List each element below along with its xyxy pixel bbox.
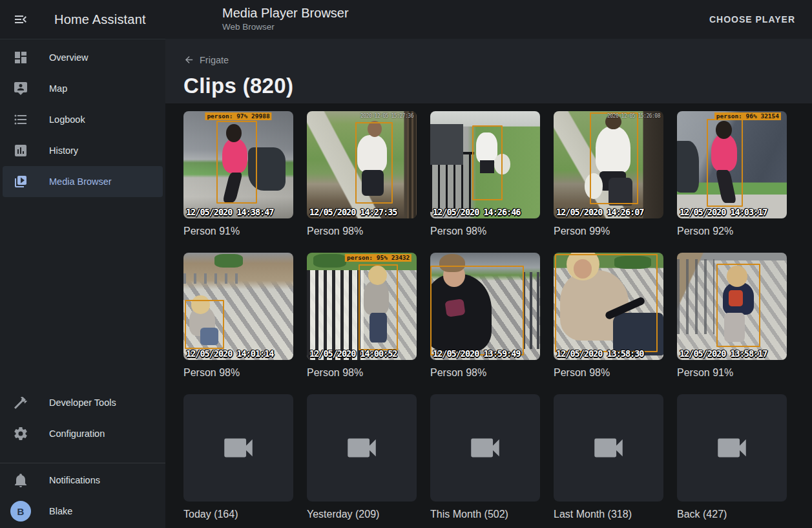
detection-box	[216, 121, 257, 204]
clip-caption: Person 98%	[554, 366, 663, 379]
folder-label: This Month (502)	[430, 508, 540, 521]
sidebar-item-map[interactable]: Map	[3, 73, 163, 104]
folder-back-427-[interactable]	[677, 394, 787, 502]
clip-caption: Person 99%	[554, 225, 663, 238]
clip-caption: Person 98%	[430, 225, 540, 238]
osd-timestamp: 12/05/2020 13:58:17	[680, 348, 767, 359]
clip-cell: person: 96% 3215412/05/2020 14:03:17Pers…	[677, 111, 787, 238]
clip-cell: 12/05/2020 14:01:14Person 98%	[183, 253, 293, 379]
clip-caption: Person 98%	[307, 225, 417, 238]
folder-label: Yesterday (209)	[307, 508, 417, 521]
detection-box	[355, 122, 393, 204]
avatar: B	[10, 501, 31, 522]
home-assistant-app: Home Assistant Media Player Browser Web …	[0, 0, 812, 528]
clip-caption: Person 98%	[183, 366, 293, 379]
choose-player-button[interactable]: CHOOSE PLAYER	[703, 9, 802, 30]
detection-label: person: 95% 23432	[345, 254, 411, 262]
sidebar-item-label: Configuration	[49, 428, 105, 439]
osd-timestamp: 12/05/2020 13:58:30	[556, 348, 643, 359]
sidebar-item-label: Overview	[49, 52, 88, 63]
folder-today-164-[interactable]	[183, 394, 293, 502]
folder-yesterday-209-[interactable]	[307, 394, 417, 502]
clip-thumbnail-woman-pink-jacket-stroller[interactable]: person: 97% 2998812/05/2020 14:38:47	[183, 111, 293, 218]
sidebar-item-history[interactable]: History	[3, 135, 163, 166]
video-icon	[220, 429, 257, 467]
bell-icon	[13, 472, 28, 488]
clip-thumbnail-woman-knit-sweater-stroller[interactable]: 12/05/2020 13:58:30	[554, 253, 663, 360]
panel-title: Media Player Browser	[222, 5, 349, 21]
breadcrumb-label: Frigate	[200, 55, 229, 65]
sidebar-item-label: Notifications	[49, 475, 100, 485]
detection-box	[707, 119, 743, 207]
sidebar-item-developer-tools[interactable]: Developer Tools	[3, 387, 163, 418]
sidebar-item-label: Map	[49, 83, 67, 94]
clip-thumbnail-woman-pink-jacket-stroller-2[interactable]: person: 96% 3215412/05/2020 14:03:17	[677, 111, 787, 218]
folder-this-month-502-[interactable]	[430, 394, 540, 502]
sidebar-item-label: Logbook	[49, 114, 85, 125]
scene-shape	[523, 272, 540, 350]
sidebar-toggle-button[interactable]	[8, 6, 34, 32]
sidebar-item-overview[interactable]: Overview	[3, 42, 163, 73]
breadcrumb-back-frigate[interactable]: Frigate	[183, 54, 229, 65]
media-browser-header: Frigate Clips (820)	[165, 39, 812, 103]
play-box-multiple-icon	[13, 174, 28, 189]
video-icon	[343, 429, 380, 467]
page-title: Clips (820)	[183, 74, 812, 98]
sidebar-item-configuration[interactable]: Configuration	[3, 418, 163, 449]
sidebar: OverviewMapLogbookHistoryMedia Browser D…	[0, 39, 165, 528]
clip-cell: 12/05/2020 13:58:30Person 98%	[554, 253, 663, 379]
scene-shape	[313, 254, 346, 268]
sidebar-item-label: History	[49, 145, 78, 156]
scene-shape	[430, 124, 463, 165]
folder-cell: Last Month (318)	[554, 394, 663, 521]
osd-timestamp: 12/05/2020 14:27:35	[309, 206, 397, 217]
sidebar-item-label: Developer Tools	[49, 397, 116, 408]
clip-caption: Person 98%	[430, 366, 540, 379]
clip-thumbnail-toddler-navy-shirt-walkway[interactable]: 12/05/2020 13:58:17	[677, 253, 787, 360]
folder-cell: This Month (502)	[430, 394, 540, 521]
sidebar-item-notifications[interactable]: Notifications	[3, 465, 163, 496]
app-bar: Home Assistant Media Player Browser Web …	[0, 0, 812, 39]
clip-thumbnail-toddler-at-fence[interactable]: person: 95% 2343212/05/2020 14:00:52	[307, 253, 417, 360]
clip-cell: 2020-12-05 15:27:3612/05/2020 14:27:35Pe…	[307, 111, 417, 238]
sidebar-item-label: Media Browser	[49, 176, 112, 187]
folder-label: Today (164)	[183, 508, 293, 521]
chart-box-icon	[13, 143, 28, 158]
detection-box	[555, 254, 658, 353]
clip-thumbnail-toddler-on-walkway[interactable]: 12/05/2020 14:01:14	[183, 253, 293, 360]
detection-label: person: 96% 32154	[714, 112, 781, 120]
menu-open-icon	[13, 12, 28, 27]
detection-label: person: 97% 29988	[205, 112, 271, 120]
osd-timestamp: 12/05/2020 13:59:49	[433, 348, 520, 359]
panel-title-block: Media Player Browser Web Browser	[222, 5, 349, 33]
scene-shape	[183, 273, 244, 284]
media-browser-panel: Frigate Clips (820) person: 97% 2998812/…	[165, 39, 812, 528]
folder-label: Last Month (318)	[554, 508, 663, 521]
sidebar-bottom: Developer ToolsConfiguration Notificatio…	[0, 387, 165, 527]
sidebar-item-media-browser[interactable]: Media Browser	[3, 166, 163, 197]
osd-timestamp: 12/05/2020 14:00:52	[309, 348, 397, 359]
detection-box	[590, 112, 638, 205]
folder-last-month-318-[interactable]	[554, 394, 663, 502]
clip-cell: 12/05/2020 13:59:49Person 98%	[430, 253, 540, 379]
clip-thumbnail-woman-dark-hoodie[interactable]: 12/05/2020 13:59:49	[430, 253, 540, 360]
sidebar-item-profile[interactable]: B Blake	[3, 496, 163, 527]
clip-thumbnail-man-white-shirt-front-yard[interactable]: 2020-12-05 15:27:3612/05/2020 14:27:35	[307, 111, 417, 218]
clip-cell: 12/05/2020 13:58:17Person 91%	[677, 253, 787, 379]
folder-cell: Today (164)	[183, 394, 293, 521]
sidebar-divider	[0, 463, 165, 463]
sidebar-item-logbook[interactable]: Logbook	[3, 104, 163, 135]
panel-subtitle: Web Browser	[222, 21, 349, 33]
clip-cell: 2020-12-05 15:26:0812/05/2020 14:26:07Pe…	[554, 111, 663, 238]
detection-box	[716, 264, 760, 347]
detection-box	[359, 264, 398, 350]
clip-thumbnail-man-trash-bag-gate[interactable]: 12/05/2020 14:26:46	[430, 111, 540, 218]
sidebar-nav: OverviewMapLogbookHistoryMedia Browser	[0, 39, 165, 197]
scene-shape	[407, 111, 417, 218]
clip-thumbnail-man-back-carrying-bags-porch[interactable]: 2020-12-05 15:26:0812/05/2020 14:26:07	[554, 111, 663, 218]
video-icon	[466, 429, 504, 467]
format-list-bulleted-icon	[13, 112, 28, 127]
user-name: Blake	[49, 506, 72, 516]
camera-corner-timestamp: 2020-12-05 15:27:36	[360, 113, 413, 119]
folder-cell: Back (427)	[677, 394, 787, 521]
